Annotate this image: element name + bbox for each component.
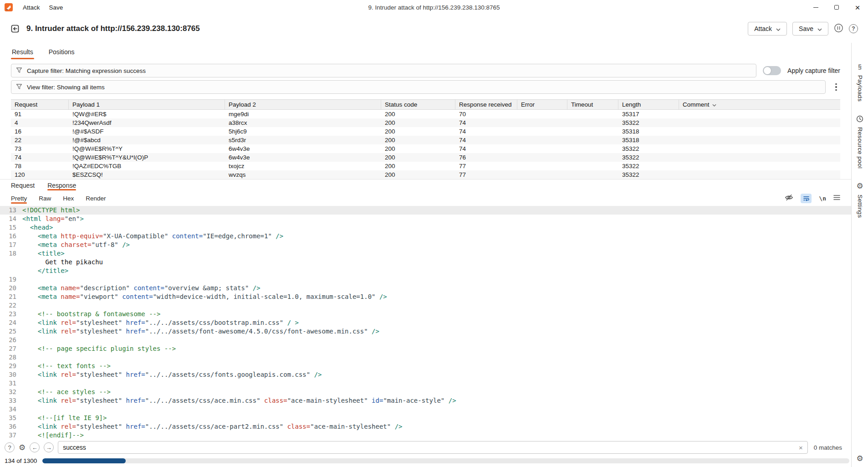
kebab-menu-icon[interactable] [832,82,840,92]
gear-icon: ⚙ [856,455,863,462]
close-button[interactable]: × [847,0,868,15]
toggle-knob [764,67,771,74]
search-help-icon[interactable]: ? [5,442,15,452]
apply-capture-filter-toggle[interactable] [763,66,781,75]
column-header-request[interactable]: Request [11,100,69,109]
editor-menu-icon[interactable] [833,195,840,202]
table-cell [679,170,840,179]
previous-match-button[interactable]: ← [30,442,40,452]
table-row[interactable]: 4!234QwerAsdfa38rcx2007435322 [11,118,840,127]
code-text: <title> [16,249,65,258]
tab-raw[interactable]: Raw [39,191,51,205]
search-settings-icon[interactable]: ⚙ [19,444,26,452]
editor-line: 18 <title> [0,249,851,258]
line-number: 19 [0,275,16,284]
attack-button[interactable]: Attack [748,22,787,36]
editor-line: 13<!DOCTYPE html> [0,206,851,215]
tab-hex[interactable]: Hex [63,191,74,205]
column-header-error[interactable]: Error [517,100,567,109]
table-row[interactable]: 22!@#$abcds5rd3r2007435318 [11,136,840,144]
show-newlines-icon[interactable]: \n [819,195,826,202]
response-editor[interactable]: 13<!DOCTYPE html>14<html lang="en">15 <h… [0,205,851,440]
line-number: 32 [0,388,16,396]
gear-icon: ⚙ [856,182,863,190]
tab-render[interactable]: Render [86,191,106,205]
chevron-down-icon [817,25,822,32]
sidebar-item-payloads[interactable]: § Payloads [857,63,863,102]
sidebar-item-resource-pool[interactable]: Resource pool [856,115,863,169]
capture-filter-row: Capture filter: Matching expression succ… [11,64,840,77]
table-cell [517,136,567,144]
column-header-timeout[interactable]: Timeout [567,100,618,109]
column-header-response-received[interactable]: Response received [455,100,517,109]
table-body: 91!QW@#ER$mge9di20070353174!234QwerAsdfa… [11,110,840,179]
menu-save[interactable]: Save [45,0,68,15]
table-cell: 91 [11,110,69,118]
editor-line: 19 [0,275,851,284]
tab-positions[interactable]: Positions [48,43,76,61]
editor-line: 20 <meta name="description" content="ove… [0,284,851,293]
table-row[interactable]: 120$ESZCSQ!wvzqs2007735322 [11,170,840,179]
table-cell [517,110,567,118]
line-number: 33 [0,396,16,405]
attack-header: 9. Intruder attack of http://156.239.238… [0,15,868,43]
editor-line: 14<html lang="en"> [0,215,851,223]
search-input[interactable] [63,444,795,451]
column-header-comment[interactable]: Comment [679,100,840,109]
header-actions: Attack Save ? [748,22,858,36]
editor-line: 32 <!-- ace styles --> [0,388,851,396]
view-filter-bar[interactable]: View filter: Showing all items [11,80,826,94]
table-row[interactable]: 16!@#$ASDF5hj6c92007435318 [11,127,840,136]
code-text: <meta name="description" content="overvi… [16,284,260,293]
global-settings-button[interactable]: ⚙ [856,455,863,462]
table-cell: 6w4v3e [225,144,381,153]
column-header-length[interactable]: Length [618,100,679,109]
line-number: 23 [0,310,16,318]
clock-icon [856,115,863,123]
table-row[interactable]: 73!Q@W#E$R%T^Y6w4v3e2007435322 [11,144,840,153]
table-cell [679,110,840,118]
intruder-attack-window: Attack Save 9. Intruder attack of http:/… [0,0,868,467]
hide-highlights-icon[interactable] [785,193,793,203]
code-text: <head> [16,223,53,232]
editor-line: 28 [0,353,851,362]
clear-search-icon[interactable]: × [799,444,803,451]
tab-results[interactable]: Results [11,43,34,61]
column-header-payload-1[interactable]: Payload 1 [69,100,225,109]
column-header-payload-2[interactable]: Payload 2 [225,100,381,109]
line-number: 26 [0,336,16,344]
table-cell [517,153,567,162]
word-wrap-icon[interactable] [801,194,812,203]
table-cell: 78 [11,162,69,170]
pause-icon[interactable] [834,23,843,34]
next-match-button[interactable]: → [44,442,54,452]
table-row[interactable]: 74!Q@W#E$R%T^Y&U*I(O)P6w4v3e2007635322 [11,153,840,162]
table-row[interactable]: 78!QAZ#EDC%TGBtxojcz2007735322 [11,162,840,170]
tab-request[interactable]: Request [11,180,35,191]
table-cell: 16 [11,127,69,136]
menu-attack[interactable]: Attack [18,0,45,15]
table-cell: 74 [455,118,517,127]
tab-response[interactable]: Response [47,180,76,191]
code-text [16,336,22,344]
table-cell: !QAZ#EDC%TGB [69,162,225,170]
table-cell [679,136,840,144]
maximize-button[interactable] [826,0,847,15]
line-number: 18 [0,249,16,258]
dock-back-icon[interactable] [10,24,20,34]
tab-pretty[interactable]: Pretty [11,191,27,205]
table-cell: !234QwerAsdf [69,118,225,127]
capture-filter-bar[interactable]: Capture filter: Matching expression succ… [11,64,756,77]
table-cell: 200 [381,127,455,136]
column-header-status-code[interactable]: Status code [381,100,455,109]
help-icon[interactable]: ? [849,24,858,33]
minimize-button[interactable] [805,0,826,15]
sidebar-item-settings[interactable]: ⚙ Settings [856,182,863,218]
minimize-icon [813,7,818,8]
line-number: 35 [0,414,16,422]
line-number: 29 [0,362,16,370]
save-button[interactable]: Save [792,22,828,36]
table-row[interactable]: 91!QW@#ER$mge9di2007035317 [11,110,840,118]
table-cell: 74 [455,127,517,136]
table-cell: 200 [381,170,455,179]
